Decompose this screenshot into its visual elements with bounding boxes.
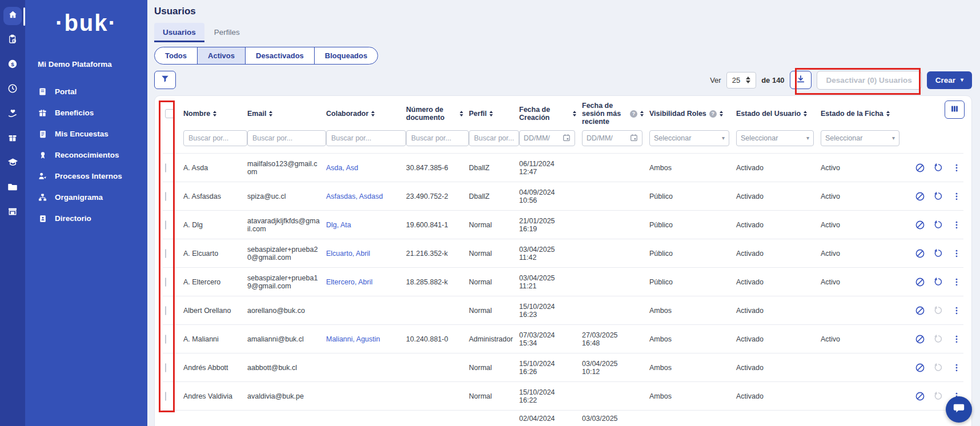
chip-bloqueados[interactable]: Bloqueados bbox=[314, 47, 377, 64]
filter-input-email[interactable] bbox=[247, 130, 326, 146]
collaborator-link[interactable]: Eltercero, Abril bbox=[326, 278, 372, 286]
block-user-icon[interactable] bbox=[915, 220, 925, 230]
sidebar-item-mis-encuestas[interactable]: Mis Encuestas bbox=[25, 123, 147, 144]
block-user-icon[interactable] bbox=[915, 277, 925, 287]
chip-todos[interactable]: Todos bbox=[155, 47, 197, 64]
reset-password-icon[interactable] bbox=[934, 191, 943, 201]
column-header-estado_ficha[interactable]: Estado de la Ficha bbox=[821, 110, 906, 118]
column-header-fecha_sesion[interactable]: Fecha de sesión más reciente? bbox=[582, 102, 649, 126]
block-user-icon[interactable] bbox=[915, 306, 925, 316]
filter-date-fecha_sesion[interactable]: DD/MM/ bbox=[582, 130, 642, 146]
sidebar-item-organigrama[interactable]: Organigrama bbox=[25, 187, 147, 208]
block-user-icon[interactable] bbox=[915, 334, 925, 344]
create-button[interactable]: Crear ▾ bbox=[927, 71, 972, 89]
export-button[interactable] bbox=[790, 71, 812, 89]
row-checkbox[interactable] bbox=[165, 220, 166, 230]
row-menu-icon[interactable] bbox=[952, 306, 961, 315]
sidebar-item-directorio[interactable]: Directorio bbox=[25, 208, 147, 229]
reset-password-icon[interactable] bbox=[934, 220, 943, 230]
row-menu-icon[interactable] bbox=[952, 335, 961, 344]
rail-clipboard-clock-button[interactable] bbox=[3, 31, 22, 50]
sort-icon[interactable] bbox=[640, 111, 644, 116]
column-header-visibilidad[interactable]: Visibilidad Roles? bbox=[649, 110, 736, 118]
filter-input-perfil[interactable] bbox=[469, 130, 519, 146]
column-header-email[interactable]: Email bbox=[247, 110, 326, 118]
sort-icon[interactable] bbox=[489, 111, 493, 116]
row-checkbox[interactable] bbox=[165, 306, 166, 315]
tab-perfiles[interactable]: Perfiles bbox=[206, 23, 248, 42]
chip-desactivados[interactable]: Desactivados bbox=[245, 47, 314, 64]
rail-dollar-button[interactable]: $ bbox=[3, 56, 22, 74]
select-all-checkbox[interactable] bbox=[165, 109, 174, 118]
filter-select-estado_ficha[interactable]: Seleccionar▾ bbox=[821, 130, 899, 146]
block-user-icon[interactable] bbox=[915, 248, 925, 259]
sort-icon[interactable] bbox=[720, 111, 723, 116]
sort-icon[interactable] bbox=[460, 111, 463, 116]
filter-button[interactable] bbox=[154, 71, 176, 89]
row-menu-icon[interactable] bbox=[952, 220, 961, 230]
row-checkbox[interactable] bbox=[165, 392, 166, 401]
row-menu-icon[interactable] bbox=[952, 278, 961, 287]
help-icon[interactable]: ? bbox=[630, 110, 637, 118]
collaborator-link[interactable]: Dlg, Ata bbox=[326, 221, 351, 229]
collaborator-link[interactable]: Asda, Asd bbox=[326, 164, 358, 172]
collaborator-link[interactable]: Elcuarto, Abril bbox=[326, 250, 370, 258]
chat-fab-button[interactable] bbox=[946, 396, 972, 423]
block-user-icon[interactable] bbox=[915, 163, 925, 173]
collaborator-link[interactable]: Asfasdas, Asdasd bbox=[326, 192, 383, 200]
chip-activos[interactable]: Activos bbox=[197, 47, 245, 64]
reset-password-icon[interactable] bbox=[934, 277, 943, 287]
sort-icon[interactable] bbox=[213, 111, 216, 116]
rail-folder-button[interactable] bbox=[3, 179, 22, 197]
filter-input-documento[interactable] bbox=[406, 130, 469, 146]
page-size-select[interactable]: 25 bbox=[726, 72, 756, 89]
filter-select-estado_usuario[interactable]: Seleccionar▾ bbox=[736, 130, 814, 146]
column-header-estado_usuario[interactable]: Estado del Usuario bbox=[736, 110, 821, 118]
row-checkbox[interactable] bbox=[165, 192, 166, 201]
sidebar-item-procesos-internos[interactable]: Procesos Internos bbox=[25, 166, 147, 187]
column-header-nombre[interactable]: Nombre bbox=[183, 110, 247, 118]
reset-password-icon[interactable] bbox=[934, 163, 943, 172]
row-checkbox[interactable] bbox=[165, 363, 166, 372]
row-menu-icon[interactable] bbox=[952, 363, 961, 372]
column-settings-button[interactable] bbox=[945, 101, 965, 119]
deactivate-users-button[interactable]: Desactivar (0) Usuarios bbox=[817, 71, 922, 90]
row-menu-icon[interactable] bbox=[952, 192, 961, 201]
row-checkbox[interactable] bbox=[165, 249, 166, 258]
sort-icon[interactable] bbox=[269, 111, 272, 116]
rail-gift-box-button[interactable] bbox=[3, 130, 22, 148]
column-header-perfil[interactable]: Perfil bbox=[469, 110, 519, 118]
sort-icon[interactable] bbox=[886, 111, 890, 116]
row-checkbox[interactable] bbox=[165, 163, 166, 172]
tab-usuarios[interactable]: Usuarios bbox=[154, 23, 204, 42]
rail-home-button[interactable] bbox=[3, 7, 22, 25]
row-menu-icon[interactable] bbox=[952, 163, 961, 172]
filter-input-colaborador[interactable] bbox=[326, 130, 406, 146]
row-checkbox[interactable] bbox=[165, 335, 166, 344]
rail-storefront-button[interactable] bbox=[3, 203, 22, 222]
rail-graduation-cap-button[interactable] bbox=[3, 154, 22, 172]
sort-icon[interactable] bbox=[371, 111, 375, 116]
block-user-icon[interactable] bbox=[915, 191, 925, 202]
column-header-colaborador[interactable]: Colaborador bbox=[326, 110, 406, 118]
sidebar-item-beneficios[interactable]: Beneficios bbox=[25, 102, 147, 123]
collaborator-link[interactable]: Malianni, Agustin bbox=[326, 335, 380, 343]
column-header-documento[interactable]: Número de documento bbox=[406, 106, 469, 122]
rail-clock-button[interactable] bbox=[3, 81, 22, 99]
filter-select-visibilidad[interactable]: Seleccionar▾ bbox=[649, 130, 729, 146]
block-user-icon[interactable] bbox=[915, 363, 925, 373]
sidebar-item-portal[interactable]: Portal bbox=[25, 81, 147, 102]
filter-input-nombre[interactable] bbox=[183, 130, 247, 146]
rail-hand-heart-button[interactable] bbox=[3, 105, 22, 123]
column-header-fecha_creacion[interactable]: Fecha de Creación bbox=[519, 106, 582, 122]
row-menu-icon[interactable] bbox=[952, 249, 961, 258]
filter-date-fecha_creacion[interactable]: DD/MM/ bbox=[519, 130, 575, 146]
reset-password-icon[interactable] bbox=[934, 248, 943, 258]
block-user-icon[interactable] bbox=[915, 391, 925, 401]
sort-icon[interactable] bbox=[573, 111, 576, 116]
help-icon[interactable]: ? bbox=[709, 110, 717, 118]
cell-perfil: Normal bbox=[469, 364, 519, 372]
sidebar-item-reconocimientos[interactable]: Reconocimientos bbox=[25, 144, 147, 166]
sort-icon[interactable] bbox=[804, 111, 807, 116]
row-checkbox[interactable] bbox=[165, 278, 166, 287]
